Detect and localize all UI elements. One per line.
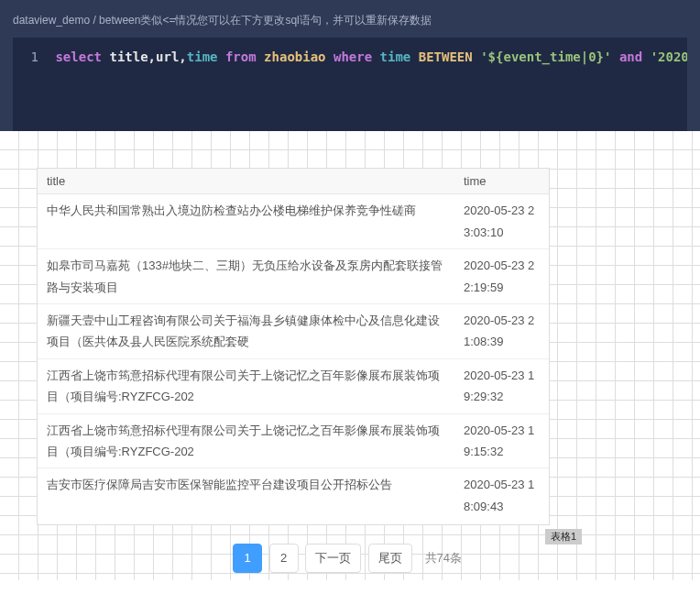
- sql-keyword-between: BETWEEN: [419, 50, 473, 64]
- cell-time: 2020-05-23 19:15:32: [454, 413, 549, 468]
- sql-keyword-select: select: [55, 50, 102, 64]
- cell-time: 2020-05-23 18:09:43: [454, 468, 549, 521]
- cell-time: 2020-05-23 19:29:32: [454, 358, 549, 413]
- sql-keyword-where: where: [334, 50, 372, 64]
- table-row[interactable]: 如皋市司马嘉苑（133#地块二、三期）无负压给水设备及泵房内配套联接管路与安装项…: [38, 249, 549, 304]
- cell-title: 江西省上饶市筠意招标代理有限公司关于上饶记忆之百年影像展布展装饰项目（项目编号:…: [38, 413, 454, 468]
- sql-keyword-from: from: [225, 50, 257, 64]
- page-total-label: 共74条: [420, 550, 467, 566]
- table-row[interactable]: 江西省上饶市筠意招标代理有限公司关于上饶记忆之百年影像展布展装饰项目（项目编号:…: [38, 358, 549, 413]
- table-row[interactable]: 新疆天壹中山工程咨询有限公司关于福海县乡镇健康体检中心及信息化建设项目（医共体及…: [38, 303, 549, 358]
- cell-time: 2020-05-23 21:08:39: [454, 303, 549, 358]
- widget-label[interactable]: 表格1: [545, 529, 582, 544]
- cell-title: 新疆天壹中山工程咨询有限公司关于福海县乡镇健康体检中心及信息化建设项目（医共体及…: [38, 303, 454, 358]
- next-page-button[interactable]: 下一页: [305, 544, 361, 573]
- cell-title: 如皋市司马嘉苑（133#地块二、三期）无负压给水设备及泵房内配套联接管路与安装项…: [38, 249, 454, 304]
- line-number: 1: [20, 47, 38, 67]
- pagination: 1 2 下一页 尾页 共74条: [0, 544, 700, 573]
- table-row[interactable]: 吉安市医疗保障局吉安市医保智能监控平台建设项目公开招标公告2020-05-23 …: [38, 468, 549, 521]
- sql-field: time: [380, 50, 411, 64]
- last-page-button[interactable]: 尾页: [368, 544, 412, 573]
- breadcrumb: dataview_demo / between类似<=情况您可以在下方更改sql…: [0, 9, 700, 38]
- cell-time: 2020-05-23 23:03:10: [454, 194, 549, 248]
- sql-editor-panel: dataview_demo / between类似<=情况您可以在下方更改sql…: [0, 0, 700, 131]
- sql-column: title: [109, 50, 148, 64]
- layout-canvas[interactable]: title time 中华人民共和国常熟出入境边防检查站办公楼电梯维护保养竞争性…: [0, 131, 700, 580]
- column-header-title[interactable]: title: [38, 169, 454, 194]
- sql-column: url: [156, 50, 179, 64]
- sql-code-area[interactable]: 1 select title,url,time from zhaobiao wh…: [13, 38, 687, 131]
- sql-literal: '2020-05-24': [651, 50, 687, 64]
- page-2-button[interactable]: 2: [269, 544, 299, 573]
- cell-time: 2020-05-23 22:19:59: [454, 249, 549, 304]
- sql-keyword-and: and: [619, 50, 642, 64]
- cell-title: 吉安市医疗保障局吉安市医保智能监控平台建设项目公开招标公告: [38, 468, 454, 521]
- cell-title: 中华人民共和国常熟出入境边防检查站办公楼电梯维护保养竞争性磋商: [38, 194, 454, 248]
- sql-table: zhaobiao: [264, 50, 325, 64]
- column-header-time[interactable]: time: [454, 169, 550, 194]
- sql-column: time: [187, 50, 218, 64]
- cell-title: 江西省上饶市筠意招标代理有限公司关于上饶记忆之百年影像展布展装饰项目（项目编号:…: [38, 358, 454, 413]
- page-1-button[interactable]: 1: [233, 544, 262, 573]
- table-row[interactable]: 中华人民共和国常熟出入境边防检查站办公楼电梯维护保养竞争性磋商2020-05-2…: [38, 194, 549, 248]
- table-row[interactable]: 江西省上饶市筠意招标代理有限公司关于上饶记忆之百年影像展布展装饰项目（项目编号:…: [38, 413, 549, 468]
- sql-literal: '${event_time|0}': [480, 50, 611, 64]
- table-widget[interactable]: title time 中华人民共和国常熟出入境边防检查站办公楼电梯维护保养竞争性…: [37, 168, 550, 525]
